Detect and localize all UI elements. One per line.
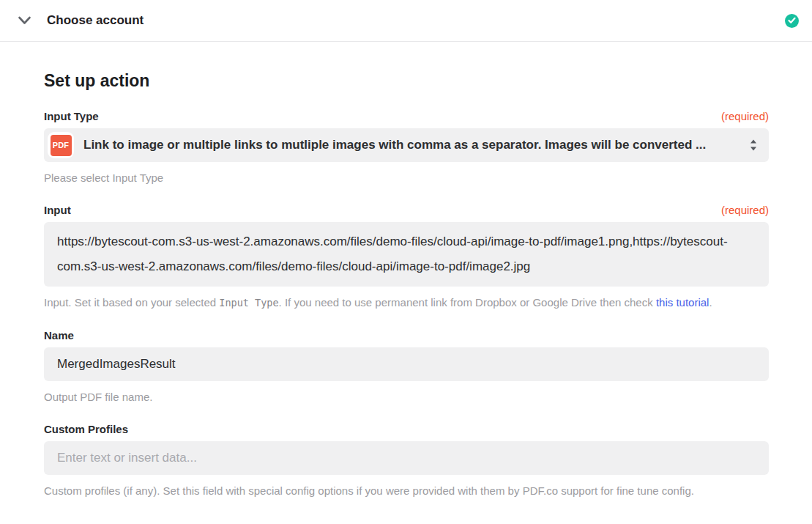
input-required-tag: (required) xyxy=(721,204,769,216)
input-label-row: Input (required) xyxy=(44,204,769,216)
step-complete-check-icon xyxy=(785,14,799,28)
input-type-selected-value: Link to image or multiple links to mutli… xyxy=(83,138,741,152)
input-helper-text: Input. Set it based on your selected Inp… xyxy=(44,295,769,310)
section-title: Choose account xyxy=(47,13,785,28)
input-helper-mid: . If you need to use permanent link from… xyxy=(279,296,656,309)
input-type-label-row: Input Type (required) xyxy=(44,110,769,122)
input-label: Input xyxy=(44,204,71,216)
name-label: Name xyxy=(44,329,74,342)
page-title: Set up action xyxy=(44,71,769,91)
input-textarea[interactable]: https://bytescout-com.s3-us-west-2.amazo… xyxy=(44,222,769,287)
custom-profiles-input[interactable] xyxy=(44,441,769,475)
pdf-app-icon: PDF xyxy=(51,135,72,156)
setup-action-panel: Set up action Input Type (required) PDF … xyxy=(0,71,812,498)
name-helper-text: Output PDF file name. xyxy=(44,390,769,404)
name-input[interactable] xyxy=(44,347,769,381)
input-helper-code: Input Type xyxy=(219,297,278,309)
name-label-row: Name xyxy=(44,329,769,342)
app-icon-container: PDF xyxy=(48,132,74,158)
section-header: Choose account xyxy=(0,0,812,42)
chevron-down-icon xyxy=(18,15,31,26)
input-type-select[interactable]: PDF Link to image or multiple links to m… xyxy=(44,128,769,162)
input-type-helper-text: Please select Input Type xyxy=(44,171,769,185)
input-type-label: Input Type xyxy=(44,110,99,122)
collapse-section-button[interactable] xyxy=(15,11,34,30)
input-helper-prefix: Input. Set it based on your selected xyxy=(44,296,219,309)
custom-profiles-label-row: Custom Profiles xyxy=(44,423,769,435)
select-spinner-icon xyxy=(748,139,759,152)
tutorial-link[interactable]: this tutorial xyxy=(656,296,709,309)
input-type-required-tag: (required) xyxy=(721,110,769,122)
input-helper-suffix: . xyxy=(709,296,712,309)
custom-profiles-label: Custom Profiles xyxy=(44,423,128,435)
custom-profiles-helper-text: Custom profiles (if any). Set this field… xyxy=(44,484,769,498)
